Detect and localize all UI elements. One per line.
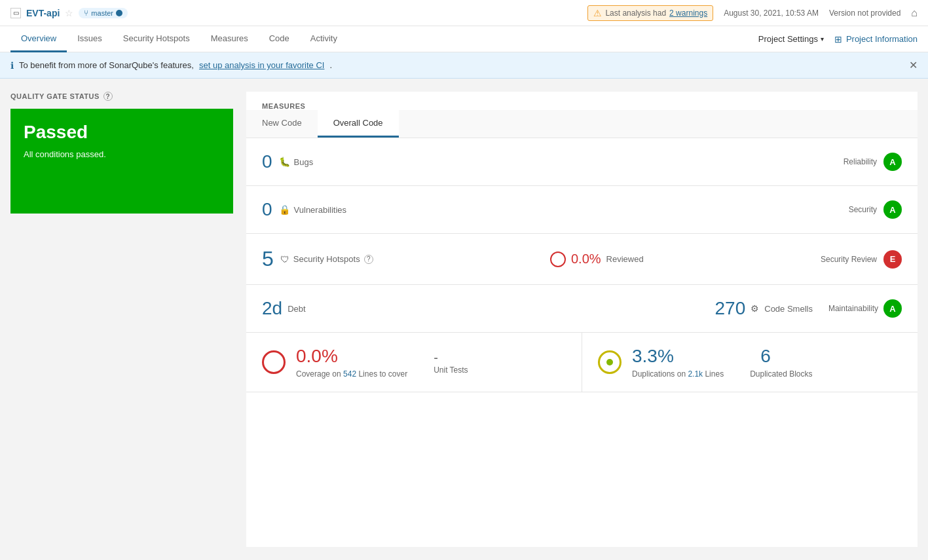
- branch-info-dot: [116, 10, 122, 16]
- hotspots-value[interactable]: 5: [262, 247, 274, 271]
- left-panel: QUALITY GATE STATUS ? Passed All conditi…: [10, 92, 233, 547]
- duplication-sub: Duplications on 2.1k Lines: [632, 369, 724, 379]
- banner-suffix: .: [329, 60, 332, 70]
- debt-value[interactable]: 2d: [262, 298, 282, 319]
- banner-link[interactable]: set up analysis in your favorite CI: [199, 60, 324, 70]
- debt-right: 270 ⚙ Code Smells Maintainability A: [715, 298, 902, 319]
- tab-security-hotspots[interactable]: Security Hotspots: [113, 26, 200, 52]
- duplication-value[interactable]: 3.3%: [632, 346, 724, 367]
- maintainability-label: Maintainability: [828, 304, 878, 313]
- passed-subtitle: All conditions passed.: [24, 149, 220, 159]
- vulnerabilities-left: 0 🔒 Vulnerabilities: [262, 199, 346, 220]
- measures-tabs: New Code Overall Code: [246, 110, 918, 138]
- reviewed-label: Reviewed: [606, 254, 644, 264]
- dup-blocks-label: Duplicated Blocks: [750, 369, 812, 379]
- quality-gate-title: QUALITY GATE STATUS ?: [10, 92, 233, 101]
- hotspots-middle: 0.0% Reviewed: [550, 252, 644, 267]
- project-information-label: Project Information: [846, 34, 918, 44]
- vulnerabilities-value[interactable]: 0: [262, 199, 272, 220]
- vulnerabilities-right: Security A: [849, 200, 902, 219]
- navbar: Overview Issues Security Hotspots Measur…: [0, 26, 928, 52]
- tab-measures[interactable]: Measures: [200, 26, 259, 52]
- branch-name: master: [91, 9, 113, 17]
- security-grade: A: [883, 200, 902, 219]
- warning-text: Last analysis had: [605, 9, 666, 18]
- reliability-grade: A: [883, 153, 902, 171]
- tab-activity[interactable]: Activity: [300, 26, 348, 52]
- hotspots-right: Security Review E: [821, 250, 902, 269]
- dup-blocks-group: 6 Duplicated Blocks: [750, 346, 812, 379]
- star-icon[interactable]: ☆: [65, 8, 73, 18]
- measures-section-title: MEASURES: [246, 92, 918, 110]
- info-banner: ℹ To benefit from more of SonarQube's fe…: [0, 52, 928, 79]
- duplication-inner: 3.3% Duplications on 2.1k Lines 6 Duplic…: [598, 346, 902, 379]
- duplication-cell: 3.3% Duplications on 2.1k Lines 6 Duplic…: [582, 333, 918, 392]
- shield-icon: 🛡: [280, 254, 289, 265]
- branch-badge[interactable]: ⑂ master: [79, 8, 128, 18]
- dup-sub-text: Duplications on: [632, 369, 686, 379]
- tab-overall-code[interactable]: Overall Code: [318, 110, 399, 138]
- main-content: QUALITY GATE STATUS ? Passed All conditi…: [0, 79, 928, 560]
- datetime: August 30, 2021, 10:53 AM: [724, 9, 819, 18]
- warning-icon: ⚠: [593, 8, 602, 18]
- coverage-circle-icon: [262, 350, 286, 374]
- coverage-sub-text: Coverage on: [296, 369, 341, 379]
- tab-code[interactable]: Code: [259, 26, 300, 52]
- security-review-grade: E: [883, 250, 902, 269]
- measures-label: MEASURES: [262, 102, 305, 110]
- tab-overview[interactable]: Overview: [10, 26, 67, 52]
- topbar: ▭ EVT-api ☆ ⑂ master ⚠ Last analysis had…: [0, 0, 928, 26]
- info-banner-content: ℹ To benefit from more of SonarQube's fe…: [10, 60, 332, 71]
- tab-issues[interactable]: Issues: [67, 26, 113, 52]
- warning-badge: ⚠ Last analysis had 2 warnings: [587, 5, 713, 21]
- vulnerabilities-row: 0 🔒 Vulnerabilities Security A: [246, 186, 918, 234]
- bug-icon: 🐛: [279, 157, 290, 167]
- maintainability-group: Maintainability A: [828, 299, 902, 318]
- coverage-lines-count[interactable]: 542: [343, 369, 356, 379]
- version: Version not provided: [829, 9, 900, 18]
- bugs-row: 0 🐛 Bugs Reliability A: [246, 138, 918, 186]
- project-information-button[interactable]: ⊞ Project Information: [834, 34, 918, 45]
- maintainability-grade: A: [883, 299, 902, 318]
- bugs-label-group: 🐛 Bugs: [279, 157, 314, 167]
- bugs-left: 0 🐛 Bugs: [262, 151, 313, 172]
- hotspots-help-icon[interactable]: ?: [364, 255, 373, 264]
- lock-icon: 🔒: [279, 204, 290, 215]
- coverage-cell: 0.0% Coverage on 542 Lines to cover - Un…: [246, 333, 582, 392]
- quality-gate-label: QUALITY GATE STATUS: [10, 92, 100, 100]
- coverage-lines-label: Lines to cover: [358, 369, 407, 379]
- tab-new-code[interactable]: New Code: [246, 110, 318, 138]
- project-icon: ▭: [10, 8, 21, 18]
- close-banner-button[interactable]: ✕: [909, 59, 918, 71]
- hotspots-row: 5 🛡 Security Hotspots ? 0.0% Reviewed Se…: [246, 234, 918, 285]
- warning-link[interactable]: 2 warnings: [669, 9, 707, 18]
- smells-label: Code Smells: [764, 304, 813, 314]
- topbar-right: ⚠ Last analysis had 2 warnings August 30…: [587, 5, 918, 21]
- unit-tests-label: Unit Tests: [434, 365, 468, 375]
- dup-lines-label: Lines: [705, 369, 724, 379]
- banner-text: To benefit from more of SonarQube's feat…: [19, 60, 194, 70]
- coverage-data: 0.0% Coverage on 542 Lines to cover: [296, 346, 407, 379]
- dropdown-arrow-icon: ▾: [821, 35, 824, 43]
- bugs-label: Bugs: [294, 157, 314, 167]
- unit-tests-value: -: [434, 350, 468, 365]
- coverage-value[interactable]: 0.0%: [296, 346, 407, 367]
- bugs-value[interactable]: 0: [262, 151, 272, 172]
- passed-title: Passed: [24, 122, 220, 143]
- hotspots-percent: 0.0%: [571, 252, 601, 267]
- debt-left: 2d Debt: [262, 298, 306, 319]
- home-icon[interactable]: ⌂: [911, 7, 918, 19]
- unit-tests-group: - Unit Tests: [434, 350, 468, 375]
- dup-lines-count[interactable]: 2.1k: [688, 369, 703, 379]
- branch-icon: ⑂: [84, 9, 88, 18]
- grid-icon: ⊞: [834, 34, 842, 45]
- hotspots-left: 5 🛡 Security Hotspots ?: [262, 247, 373, 271]
- project-name[interactable]: EVT-api: [26, 8, 60, 18]
- duplication-data: 3.3% Duplications on 2.1k Lines: [632, 346, 724, 379]
- project-settings-button[interactable]: Project Settings ▾: [758, 34, 824, 44]
- project-settings-label: Project Settings: [758, 34, 818, 44]
- smells-value[interactable]: 270: [715, 298, 746, 319]
- quality-gate-help-icon[interactable]: ?: [103, 92, 113, 101]
- topbar-left: ▭ EVT-api ☆ ⑂ master: [10, 8, 128, 18]
- bugs-right: Reliability A: [844, 153, 902, 171]
